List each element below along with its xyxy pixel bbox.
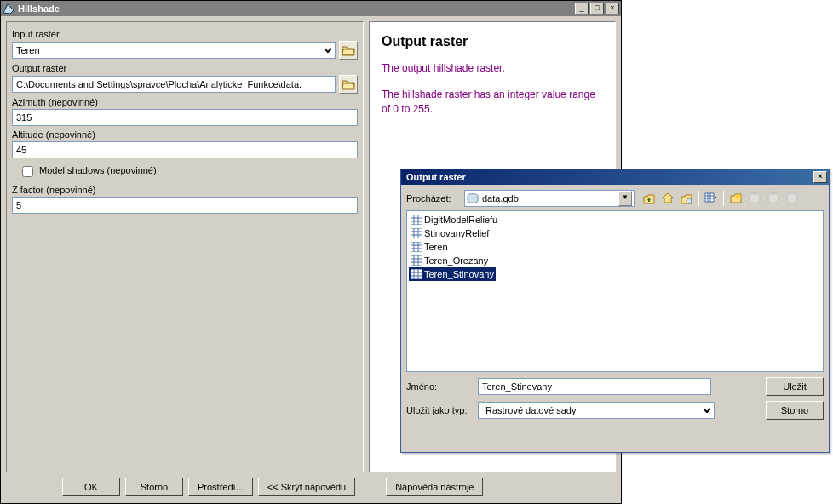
home-button[interactable] [659, 190, 676, 207]
geodatabase-icon [467, 193, 479, 203]
help-paragraph-1: The output hillshade raster. [382, 61, 603, 76]
model-shadows-checkbox[interactable] [22, 166, 33, 177]
help-paragraph-2: The hillshade raster has an integer valu… [382, 88, 603, 117]
svg-rect-21 [411, 242, 422, 252]
altitude-label: Altitude (nepovinné) [12, 129, 358, 140]
folder-open-icon [342, 44, 355, 56]
filename-input[interactable] [478, 378, 711, 395]
azimuth-input[interactable] [12, 109, 358, 126]
svg-rect-16 [411, 228, 422, 238]
main-titlebar: Hillshade _ □ × [1, 1, 621, 16]
new-personal-gdb-button [765, 190, 782, 207]
save-as-type-select[interactable]: Rastrové datové sady [478, 402, 715, 419]
chevron-down-icon[interactable]: ▼ [618, 191, 632, 206]
svg-point-2 [687, 198, 692, 203]
minimize-button[interactable]: _ [575, 3, 589, 14]
browse-label: Procházet: [406, 193, 464, 203]
file-list[interactable]: DigitModelReliefuStinovanyReliefTerenTer… [406, 210, 824, 372]
list-item[interactable]: DigitModelReliefu [409, 213, 499, 226]
parameters-panel: Input raster Teren Output raster Azimuth… [6, 21, 364, 472]
default-gdb-button[interactable] [678, 190, 695, 207]
svg-rect-3 [705, 193, 714, 202]
view-menu-button[interactable] [703, 190, 720, 207]
maximize-button[interactable]: □ [590, 3, 604, 14]
list-item-label: DigitModelReliefu [424, 215, 497, 225]
list-item[interactable]: Teren [409, 240, 450, 254]
svg-rect-26 [411, 255, 422, 266]
input-raster-browse-button[interactable] [339, 41, 358, 60]
list-item-label: Teren [424, 242, 448, 252]
output-raster-save-dialog: Output raster × Procházet: data.gdb ▼ [400, 169, 830, 453]
cancel-button[interactable]: Storno [766, 401, 824, 420]
tool-help-button[interactable]: Nápověda nástroje [386, 478, 483, 496]
environment-button[interactable]: Prostředí... [188, 478, 253, 496]
name-label: Jméno: [406, 381, 478, 392]
azimuth-label: Azimuth (nepovinné) [12, 97, 358, 107]
list-item-label: Teren_Stinovany [424, 269, 494, 279]
dialog-close-button[interactable]: × [813, 171, 827, 183]
output-raster-input[interactable] [12, 76, 336, 93]
storno-button[interactable]: Storno [125, 478, 183, 496]
tool-icon [3, 3, 14, 14]
list-item[interactable]: Teren_Orezany [409, 254, 490, 267]
hide-help-button[interactable]: << Skrýt nápovědu [258, 478, 355, 496]
output-raster-label: Output raster [12, 63, 358, 73]
up-one-level-button[interactable] [641, 190, 658, 207]
svg-rect-31 [411, 269, 422, 279]
list-item-label: StinovanyRelief [424, 228, 489, 238]
svg-marker-0 [3, 4, 14, 14]
location-name: data.gdb [482, 193, 519, 203]
bottom-button-bar: OK Storno Prostředí... << Skrýt nápovědu… [6, 476, 616, 498]
new-connection-button [784, 190, 801, 207]
new-file-gdb-button [746, 190, 763, 207]
ok-button[interactable]: OK [62, 478, 120, 496]
input-raster-label: Input raster [12, 29, 358, 39]
type-label: Uložit jako typ: [406, 405, 478, 415]
folder-open-icon [342, 78, 355, 90]
list-item[interactable]: Teren_Stinovany [409, 267, 496, 281]
altitude-input[interactable] [12, 141, 358, 158]
list-item-label: Teren_Orezany [424, 255, 488, 266]
dialog-title: Output raster [403, 172, 812, 182]
svg-rect-11 [411, 215, 422, 225]
list-item[interactable]: StinovanyRelief [409, 226, 491, 240]
output-raster-browse-button[interactable] [339, 75, 358, 94]
input-raster-select[interactable]: Teren [12, 42, 336, 59]
model-shadows-label: Model shadows (nepovinné) [39, 165, 157, 175]
dialog-titlebar: Output raster × [401, 169, 829, 185]
help-title: Output raster [382, 34, 603, 49]
save-button[interactable]: Uložit [766, 377, 824, 396]
location-combo[interactable]: data.gdb ▼ [464, 190, 635, 207]
new-folder-button[interactable] [727, 190, 744, 207]
zfactor-input[interactable] [12, 197, 358, 214]
dialog-toolbar [640, 190, 801, 207]
close-button[interactable]: × [606, 3, 619, 14]
window-title: Hillshade [18, 3, 573, 14]
zfactor-label: Z factor (nepovinné) [12, 185, 358, 195]
